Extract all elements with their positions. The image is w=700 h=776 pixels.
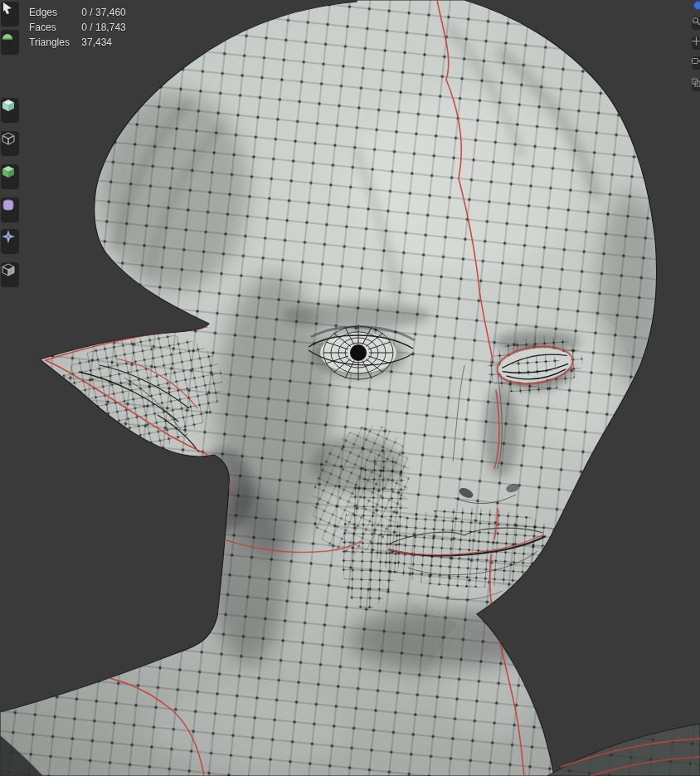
knife-tool-button[interactable] (1, 262, 19, 287)
extrude-tool-icon (1, 131, 16, 146)
inset-tool-icon (1, 164, 16, 179)
viewport-controls (685, 0, 700, 116)
stat-triangles-value: 37,434 (81, 35, 112, 50)
model-head-wireframe (0, 0, 700, 776)
stat-edges: Edges 0 / 37,460 (29, 5, 126, 20)
stat-triangles-label: Triangles (29, 35, 79, 50)
zoom-view-button[interactable] (692, 17, 700, 30)
stat-edges-label: Edges (29, 5, 79, 20)
stat-faces-label: Faces (29, 20, 79, 35)
stat-edges-value: 0 / 37,460 (81, 5, 125, 20)
move-view-icon (692, 37, 700, 46)
inset-tool-button[interactable] (1, 164, 19, 189)
bevel-tool-icon (1, 198, 16, 212)
add-cube-tool-button[interactable] (1, 98, 19, 123)
tweak-tool-button[interactable] (1, 2, 19, 27)
axis-gizmo-icon[interactable] (693, 1, 700, 10)
bevel-tool-button[interactable] (1, 198, 19, 222)
stat-faces-value: 0 / 18,743 (81, 20, 125, 35)
perspective-toggle-button[interactable] (692, 78, 700, 91)
sphere-tool-icon (1, 30, 14, 43)
loop-cut-tool-button[interactable] (1, 229, 19, 254)
move-view-button[interactable] (692, 37, 700, 50)
stat-faces: Faces 0 / 18,743 (29, 20, 126, 35)
camera-view-icon (692, 56, 700, 66)
loop-cut-tool-icon (1, 229, 16, 244)
stats-overlay: Edges 0 / 37,460 Faces 0 / 18,743 Triang… (29, 5, 126, 50)
perspective-toggle-icon (692, 78, 700, 87)
add-cube-tool-icon (1, 98, 16, 113)
zoom-view-icon (692, 17, 700, 26)
3d-viewport[interactable]: Edges 0 / 37,460 Faces 0 / 18,743 Triang… (0, 0, 700, 776)
tweak-tool-icon (1, 2, 14, 15)
toolbar (0, 0, 20, 776)
extrude-tool-button[interactable] (1, 131, 19, 156)
knife-tool-icon (1, 262, 16, 277)
stat-triangles: Triangles 37,434 (29, 35, 126, 50)
sphere-tool-button[interactable] (1, 30, 19, 55)
camera-view-button[interactable] (692, 56, 700, 70)
